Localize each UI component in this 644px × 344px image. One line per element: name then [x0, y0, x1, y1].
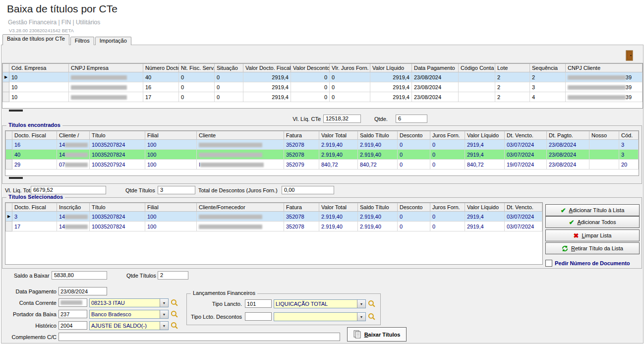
column-header[interactable]: Número Docto. [143, 64, 179, 72]
dropdown-arrow-icon[interactable]: ▼ [160, 299, 168, 307]
cell[interactable]: 2919,4 [465, 222, 505, 231]
cell[interactable]: 0 [398, 150, 430, 160]
column-header[interactable]: Fatura [284, 203, 319, 212]
cell[interactable]: 2.919,40 [358, 222, 398, 231]
column-header[interactable]: Valor Líquido [465, 131, 505, 140]
column-header[interactable]: Título [90, 203, 145, 212]
cell[interactable]: 07 [57, 160, 90, 170]
cell[interactable]: 100 [145, 160, 197, 170]
cell[interactable]: 23/08/2024 [412, 82, 459, 92]
historico-combo[interactable]: AJUSTE DE SALDO(-) ▼ [89, 321, 169, 330]
cell[interactable] [459, 82, 495, 92]
column-header[interactable]: Título [90, 131, 145, 140]
cell[interactable]: 352078 [284, 140, 319, 150]
cell[interactable]: 0 [430, 150, 465, 160]
table-row[interactable]: 4014100352078241003520782.919,402.919,40… [6, 150, 639, 160]
table-row[interactable]: 1714100352078241003520782.919,402.919,40… [6, 222, 542, 231]
cell[interactable]: 10 [9, 92, 69, 102]
cell[interactable]: 29 [12, 160, 57, 170]
cell[interactable]: 0 [430, 160, 465, 170]
column-header[interactable]: Cód. Empresa [9, 64, 69, 72]
cell[interactable]: 2.919,40 [358, 140, 398, 150]
cell[interactable]: 0 [398, 160, 430, 170]
cell[interactable]: 40 [143, 72, 179, 82]
column-header[interactable]: Docto. Fiscal [12, 131, 57, 140]
cell[interactable]: 10 [9, 82, 69, 92]
cell[interactable]: 100 [145, 150, 197, 160]
cell[interactable]: 19/07/2024 [505, 160, 547, 170]
cell[interactable]: 2 [530, 72, 566, 82]
cell[interactable]: 2 [495, 72, 530, 82]
portador-combo[interactable]: Banco Bradesco ▼ [89, 310, 169, 319]
cell[interactable]: 2919,4 [465, 212, 505, 222]
cell[interactable]: 100 [145, 140, 197, 150]
tipo-desc-search[interactable] [368, 313, 376, 321]
cell[interactable]: 14 [57, 150, 90, 160]
cell[interactable]: 2.919,40 [358, 150, 398, 160]
cell[interactable]: 17 [12, 222, 57, 231]
column-header[interactable]: Valor Total [319, 203, 358, 212]
cell[interactable]: 14 [57, 212, 90, 222]
cell[interactable]: 2.919,40 [319, 140, 358, 150]
tab-baixa-de-titulos[interactable]: Baixa de títulos por CTe [2, 34, 69, 45]
cell[interactable]: 2919,4 [465, 140, 505, 150]
pedir-numero-documento-checkbox[interactable]: Pedir Número de Documento [545, 260, 630, 267]
cell[interactable]: 39 [566, 72, 643, 82]
cell[interactable]: 39 [566, 82, 643, 92]
column-header[interactable]: Desconto [398, 131, 430, 140]
cell[interactable]: 10035207824 [90, 222, 145, 231]
table-row[interactable]: 1614100352078241003520782.919,402.919,40… [6, 140, 639, 150]
column-header[interactable]: Desconto [398, 203, 430, 212]
cell[interactable]: 23/08/2024 [547, 160, 589, 170]
cell[interactable]: 840,72 [358, 160, 398, 170]
cell[interactable] [197, 212, 284, 222]
cell[interactable] [589, 160, 619, 170]
cell[interactable]: 14 [57, 140, 90, 150]
table-row[interactable]: 290710035207924100I352079840,72840,72008… [6, 160, 639, 170]
column-header[interactable]: Filial [145, 131, 197, 140]
limpar-lista-button[interactable]: ✖ Limpar Lista [545, 229, 640, 241]
cell[interactable]: 352078 [284, 150, 319, 160]
cell[interactable]: 0 [330, 82, 370, 92]
cell[interactable]: 840,72 [319, 160, 358, 170]
cell[interactable]: 2.919,40 [319, 212, 358, 222]
cell[interactable] [589, 150, 619, 160]
cell[interactable]: 0 [215, 92, 243, 102]
cell[interactable]: 16 [143, 82, 179, 92]
cte-grid-hscroll-thumb[interactable] [9, 110, 23, 112]
cell[interactable]: 2.919,40 [319, 222, 358, 231]
adicionar-todos-button[interactable]: ✔ Adicionar Todos [545, 216, 640, 228]
column-header[interactable]: Vlr. Juros Forn. [330, 64, 370, 72]
column-header[interactable]: Docto. Fiscal [12, 203, 57, 212]
cell[interactable]: 14 [57, 222, 90, 231]
cell[interactable]: 39 [566, 92, 643, 102]
cell[interactable]: 0 [179, 92, 215, 102]
cell[interactable]: 10035207824 [90, 212, 145, 222]
cell[interactable]: 0 [291, 82, 330, 92]
found-grid-hscroll-thumb[interactable] [9, 177, 23, 179]
column-header[interactable]: Data Pagamento [412, 64, 459, 72]
cell[interactable]: 0 [330, 72, 370, 82]
cell[interactable]: 0 [398, 140, 430, 150]
column-header[interactable]: Cliente / [57, 131, 90, 140]
cell[interactable]: 10035207824 [90, 150, 145, 160]
tipo-lancto-combo[interactable]: LIQUICAÇÃO TOTAL ▼ [274, 299, 366, 308]
column-header[interactable]: Situação [215, 64, 243, 72]
historico-code-input[interactable] [59, 321, 87, 330]
exit-button[interactable] [624, 50, 636, 62]
column-header[interactable]: Cliente [197, 131, 284, 140]
cell[interactable]: 0 [330, 92, 370, 102]
conta-corrente-search[interactable] [171, 299, 178, 307]
cell[interactable]: 10035207824 [90, 140, 145, 150]
cell[interactable]: 16 [12, 140, 57, 150]
cell[interactable]: 20 [619, 160, 639, 170]
conta-corrente-combo[interactable]: 08213-3 ITAU ▼ [89, 298, 169, 307]
historico-search[interactable] [171, 322, 178, 330]
dropdown-arrow-icon[interactable]: ▼ [160, 310, 168, 318]
cell[interactable]: 03/07/2024 [505, 150, 547, 160]
column-header[interactable]: Dt. Vencto. [505, 203, 542, 212]
cell[interactable]: 0 [430, 140, 465, 150]
cell[interactable]: 17 [143, 92, 179, 102]
cell[interactable]: 2.919,40 [319, 150, 358, 160]
cell[interactable]: 2919,4 [465, 150, 505, 160]
